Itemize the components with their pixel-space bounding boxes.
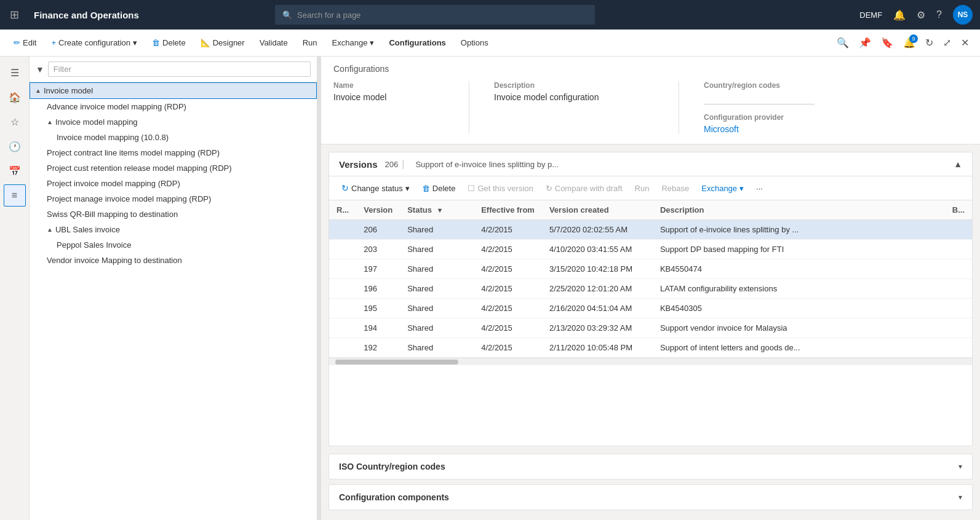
change-status-dropdown-icon: ▾ bbox=[405, 184, 410, 193]
edit-button[interactable]: ✏ Edit bbox=[7, 34, 42, 51]
toolbar-pin-icon[interactable]: 📌 bbox=[855, 33, 875, 52]
settings-icon[interactable]: ⚙ bbox=[917, 9, 925, 21]
rebase-button[interactable]: Rebase bbox=[656, 181, 694, 196]
tree-arrow-icon: ▲ bbox=[47, 226, 53, 233]
versions-table: R... Version Status ▼ Effective from Ver… bbox=[329, 200, 972, 446]
options-button[interactable]: Options bbox=[455, 34, 495, 51]
tree-item-invoice-model-mapping-1008[interactable]: Invoice model mapping (10.0.8) bbox=[30, 130, 317, 145]
cell-version: 196 bbox=[356, 279, 400, 299]
versions-run-button[interactable]: Run bbox=[630, 181, 655, 196]
versions-table-body: 206 Shared 4/2/2015 5/7/2020 02:02:55 AM… bbox=[329, 220, 972, 358]
separator-1 bbox=[469, 81, 469, 134]
user-avatar[interactable]: NS bbox=[953, 5, 973, 25]
notification-icon[interactable]: 🔔 bbox=[893, 9, 906, 21]
versions-separator: | bbox=[402, 159, 404, 170]
change-status-icon: ↻ bbox=[341, 183, 349, 193]
tree-item-label: Project invoice model mapping (RDP) bbox=[47, 179, 180, 188]
create-configuration-button[interactable]: + Create configuration ▾ bbox=[45, 34, 143, 51]
tree-item-invoice-model[interactable]: ▲ Invoice model bbox=[30, 82, 317, 99]
versions-exchange-button[interactable]: Exchange ▾ bbox=[696, 181, 749, 196]
cell-description: Support of intent letters and goods de..… bbox=[653, 338, 945, 358]
tree-item-swiss-qr[interactable]: Swiss QR-Bill mapping to destination bbox=[30, 207, 317, 222]
tree-filter-input[interactable] bbox=[48, 61, 311, 77]
col-header-description[interactable]: Description bbox=[653, 200, 945, 220]
sidebar-icons: ☰ 🏠 ☆ 🕐 📅 ≡ bbox=[0, 57, 30, 520]
toolbar-refresh-icon[interactable]: ↻ bbox=[922, 33, 937, 52]
sidebar-list-icon[interactable]: ≡ bbox=[4, 184, 26, 207]
toolbar-close-icon[interactable]: ✕ bbox=[957, 33, 973, 52]
validate-button[interactable]: Validate bbox=[253, 34, 294, 51]
config-components-header[interactable]: Configuration components ▾ bbox=[329, 485, 972, 510]
col-header-version-created[interactable]: Version created bbox=[542, 200, 653, 220]
tree-item-vendor-invoice[interactable]: Vendor invoice Mapping to destination bbox=[30, 253, 317, 268]
table-row[interactable]: 196 Shared 4/2/2015 2/25/2020 12:01:20 A… bbox=[329, 279, 972, 299]
cell-status: Shared bbox=[400, 279, 474, 299]
change-status-button[interactable]: ↻ Change status ▾ bbox=[337, 180, 415, 196]
tree-item-ubl-sales[interactable]: ▲ UBL Sales invoice bbox=[30, 222, 317, 237]
col-header-version[interactable]: Version bbox=[356, 200, 400, 220]
toolbar-bookmark-icon[interactable]: 🔖 bbox=[877, 33, 897, 52]
cell-r bbox=[329, 299, 356, 318]
delete-button[interactable]: 🗑 Delete bbox=[146, 34, 192, 51]
run-button[interactable]: Run bbox=[297, 34, 324, 51]
description-value: Invoice model configuration bbox=[494, 92, 654, 102]
help-icon[interactable]: ? bbox=[936, 9, 942, 20]
exchange-button[interactable]: Exchange ▾ bbox=[326, 34, 381, 51]
global-search[interactable]: 🔍 bbox=[275, 5, 595, 25]
sidebar-menu-icon[interactable]: ☰ bbox=[4, 61, 26, 84]
tree-item-label: Invoice model mapping bbox=[55, 117, 138, 127]
versions-collapse-icon[interactable]: ▲ bbox=[954, 159, 962, 169]
cell-version-created: 2/25/2020 12:01:20 AM bbox=[542, 279, 653, 299]
tree-item-project-cust[interactable]: Project cust retention release model map… bbox=[30, 160, 317, 176]
iso-section-header[interactable]: ISO Country/region codes ▾ bbox=[329, 454, 972, 479]
table-row[interactable]: 206 Shared 4/2/2015 5/7/2020 02:02:55 AM… bbox=[329, 220, 972, 240]
versions-delete-button[interactable]: 🗑 Delete bbox=[417, 181, 461, 196]
status-filter-icon[interactable]: ▼ bbox=[437, 207, 444, 214]
table-row[interactable]: 197 Shared 4/2/2015 3/15/2020 10:42:18 P… bbox=[329, 259, 972, 279]
cell-effective: 4/2/2015 bbox=[474, 318, 542, 338]
versions-desc: Support of e-invoice lines splitting by … bbox=[415, 160, 954, 169]
col-header-effective[interactable]: Effective from bbox=[474, 200, 542, 220]
sidebar-recent-icon[interactable]: 🕐 bbox=[4, 135, 26, 157]
provider-value[interactable]: Microsoft bbox=[704, 124, 815, 134]
search-input[interactable] bbox=[297, 10, 588, 20]
col-header-status[interactable]: Status ▼ bbox=[400, 200, 474, 220]
designer-button[interactable]: 📐 Designer bbox=[194, 34, 251, 51]
config-components-section: Configuration components ▾ bbox=[329, 484, 973, 510]
apps-grid-icon[interactable]: ⊞ bbox=[7, 6, 22, 24]
toolbar-search-icon[interactable]: 🔍 bbox=[833, 33, 853, 52]
table-row[interactable]: 195 Shared 4/2/2015 2/16/2020 04:51:04 A… bbox=[329, 299, 972, 318]
compare-icon: ↻ bbox=[546, 184, 552, 193]
scrollbar-thumb[interactable] bbox=[335, 360, 458, 364]
tree-item-label: UBL Sales invoice bbox=[55, 225, 120, 234]
tree-item-peppol-sales[interactable]: Peppol Sales Invoice bbox=[30, 237, 317, 253]
tree-item-project-invoice[interactable]: Project invoice model mapping (RDP) bbox=[30, 176, 317, 191]
sidebar-favorites-icon[interactable]: ☆ bbox=[4, 111, 26, 133]
sidebar-workspaces-icon[interactable]: 📅 bbox=[4, 160, 26, 182]
table-row[interactable]: 192 Shared 4/2/2015 2/11/2020 10:05:48 P… bbox=[329, 338, 972, 358]
configurations-button[interactable]: Configurations bbox=[383, 34, 452, 51]
table-row[interactable]: 194 Shared 4/2/2015 2/13/2020 03:29:32 A… bbox=[329, 318, 972, 338]
table-row[interactable]: 203 Shared 4/2/2015 4/10/2020 03:41:55 A… bbox=[329, 240, 972, 259]
tree-item-project-manage[interactable]: Project manage invoice model mapping (RD… bbox=[30, 191, 317, 207]
cell-version: 192 bbox=[356, 338, 400, 358]
sidebar-home-icon[interactable]: 🏠 bbox=[4, 86, 26, 108]
tree-item-advance-invoice[interactable]: Advance invoice model mapping (RDP) bbox=[30, 99, 317, 114]
config-components-collapse-icon: ▾ bbox=[958, 493, 962, 502]
cell-r bbox=[329, 318, 356, 338]
toolbar-bell-icon[interactable]: 🔔9 bbox=[899, 33, 919, 52]
versions-toolbar: ↻ Change status ▾ 🗑 Delete ☐ Get this ve… bbox=[329, 176, 972, 200]
compare-with-draft-button[interactable]: ↻ Compare with draft bbox=[541, 181, 627, 196]
add-icon: + bbox=[51, 38, 56, 47]
tree-item-invoice-model-mapping[interactable]: ▲ Invoice model mapping bbox=[30, 114, 317, 130]
cell-b bbox=[945, 279, 972, 299]
versions-more-button[interactable]: ··· bbox=[751, 181, 768, 196]
config-components-title: Configuration components bbox=[339, 492, 449, 502]
app-title: Finance and Operations bbox=[34, 10, 139, 20]
horizontal-scrollbar[interactable] bbox=[329, 358, 972, 365]
top-nav-right: DEMF 🔔 ⚙ ? NS bbox=[859, 5, 973, 25]
user-region[interactable]: DEMF bbox=[859, 10, 882, 20]
get-this-version-button[interactable]: ☐ Get this version bbox=[463, 181, 538, 196]
toolbar-expand-icon[interactable]: ⤢ bbox=[939, 33, 955, 52]
tree-item-project-contract[interactable]: Project contract line items model mappin… bbox=[30, 145, 317, 160]
